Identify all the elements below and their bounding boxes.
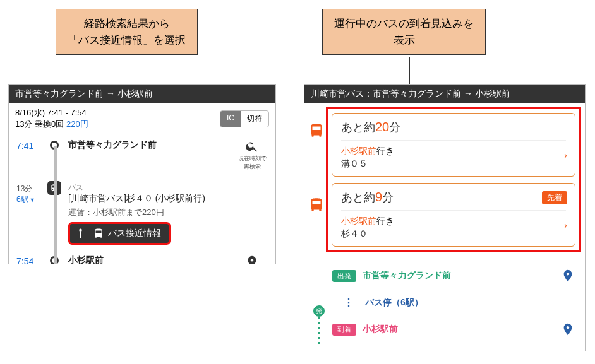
intermediate-stops-row[interactable]: ⋮ バス停（6駅）: [332, 290, 575, 315]
around-map-button[interactable]: 周辺図: [236, 255, 268, 264]
callout-left-line1: 経路検索結果から: [68, 16, 186, 32]
route-duration-transfer: 13分 乗換0回 220円: [15, 119, 220, 130]
bus-approach-panel: 川崎市営バス：市営等々力グランド前 → 小杉駅前 あと約20分 小杉駅前行き 溝…: [304, 84, 586, 351]
route-fare: 220円: [66, 119, 88, 129]
segment-fare-line: 運賃：小杉駅前まで220円: [68, 207, 268, 218]
callout-right: 運行中のバスの到着見込みを 表示: [322, 9, 486, 55]
svg-rect-1: [80, 232, 81, 238]
bus-stop-icon: [78, 228, 89, 239]
bus-approach-button[interactable]: バス接近情報: [68, 222, 171, 245]
route-number: 杉４０: [341, 228, 566, 240]
route-header: 市営等々力グランド前 → 小杉駅前: [9, 85, 275, 103]
eta-text: あと約20分: [341, 120, 566, 135]
route-body: 7:41 市営等々力グランド前 現在時刻で再検索 13分 6駅 バス [川崎市営…: [9, 134, 275, 264]
divider: [341, 140, 566, 141]
segment-mode: バス: [68, 182, 268, 193]
fare-toggle-ic[interactable]: IC: [220, 111, 241, 127]
arrive-time: 7:54: [16, 255, 45, 264]
depart-pill: 出発: [332, 270, 356, 282]
fare-toggle-ticket[interactable]: 切符: [241, 111, 268, 127]
map-pin-icon[interactable]: [561, 321, 575, 338]
dots-icon: ⋮: [344, 296, 356, 308]
depart-stop-name: 市営等々力グランド前: [363, 270, 561, 281]
approach-header: 川崎市営バス：市営等々力グランド前 → 小杉駅前: [304, 85, 585, 103]
approach-card[interactable]: 先着 あと約9分 小杉駅前行き 杉４０ ›: [332, 183, 575, 247]
bus-small-icon: [93, 228, 104, 239]
callout-right-line2: 表示: [334, 32, 474, 49]
segment-duration: 13分: [16, 184, 45, 194]
route-summary: 8/16(水) 7:41 - 7:54 13分 乗換0回 220円 IC 切符: [9, 103, 275, 134]
map-pin-icon: [245, 255, 259, 264]
arrive-name: 小杉駅前: [68, 255, 236, 264]
approach-cards: あと約20分 小杉駅前行き 溝０５ › 先着 あと約9分 小杉駅前行き 杉４０ …: [326, 107, 581, 252]
divider: [341, 210, 566, 211]
intermediate-label: バス停（6駅）: [365, 297, 575, 308]
segment-timecol: 13分 6駅: [16, 181, 45, 205]
eta-value: 20: [375, 120, 389, 134]
route-number: 溝０５: [341, 158, 566, 170]
eta-value: 9: [375, 190, 382, 204]
destination: 小杉駅前行き: [341, 216, 566, 227]
callout-right-line1: 運行中のバスの到着見込みを: [334, 16, 474, 32]
search-caption: 現在時刻で再検索: [238, 155, 267, 170]
fare-toggle[interactable]: IC 切符: [220, 110, 269, 127]
depart-name: 市営等々力グランド前: [68, 139, 236, 151]
arrive-stop-row[interactable]: 到着 小杉駅前: [332, 315, 575, 344]
stop-list: 出発 市営等々力グランド前 ⋮ バス停（6駅） 到着 小杉駅前: [304, 256, 585, 349]
segment-main: バス [川崎市営バス]杉４０ (小杉駅前行) 運賃：小杉駅前まで220円 バス接…: [63, 181, 268, 245]
depart-time: 7:41: [16, 139, 45, 151]
chevron-right-icon: ›: [564, 220, 567, 230]
first-arrival-badge: 先着: [542, 191, 567, 204]
arrive-stop-name: 小杉駅前: [363, 324, 561, 335]
bus-icon: [308, 197, 325, 213]
bus-approach-label: バス接近情報: [108, 228, 161, 239]
chevron-right-icon: ›: [564, 150, 567, 160]
callout-left-line2: 「バス接近情報」を選択: [68, 32, 186, 49]
route-summary-meta: 8/16(水) 7:41 - 7:54 13分 乗換0回 220円: [15, 107, 220, 130]
approach-card[interactable]: あと約20分 小杉駅前行き 溝０５ ›: [332, 113, 575, 177]
destination: 小杉駅前行き: [341, 146, 566, 157]
route-line: [54, 146, 57, 264]
depart-stop-row[interactable]: 出発 市営等々力グランド前: [332, 261, 575, 290]
bus-icon: [308, 122, 325, 139]
segment-stops-link[interactable]: 6駅: [16, 194, 45, 205]
resarch-button[interactable]: 現在時刻で再検索: [236, 139, 268, 171]
callout-left: 経路検索結果から 「バス接近情報」を選択: [56, 9, 198, 55]
eta-text: あと約9分: [341, 190, 566, 205]
map-pin-icon[interactable]: [561, 267, 575, 284]
route-result-panel: 市営等々力グランド前 → 小杉駅前 8/16(水) 7:41 - 7:54 13…: [8, 84, 276, 264]
segment-line: [川崎市営バス]杉４０ (小杉駅前行): [68, 193, 268, 204]
svg-point-0: [79, 229, 82, 232]
search-icon: [245, 139, 259, 153]
route-datetime: 8/16(水) 7:41 - 7:54: [15, 107, 220, 119]
arrive-pill: 到着: [332, 324, 356, 336]
